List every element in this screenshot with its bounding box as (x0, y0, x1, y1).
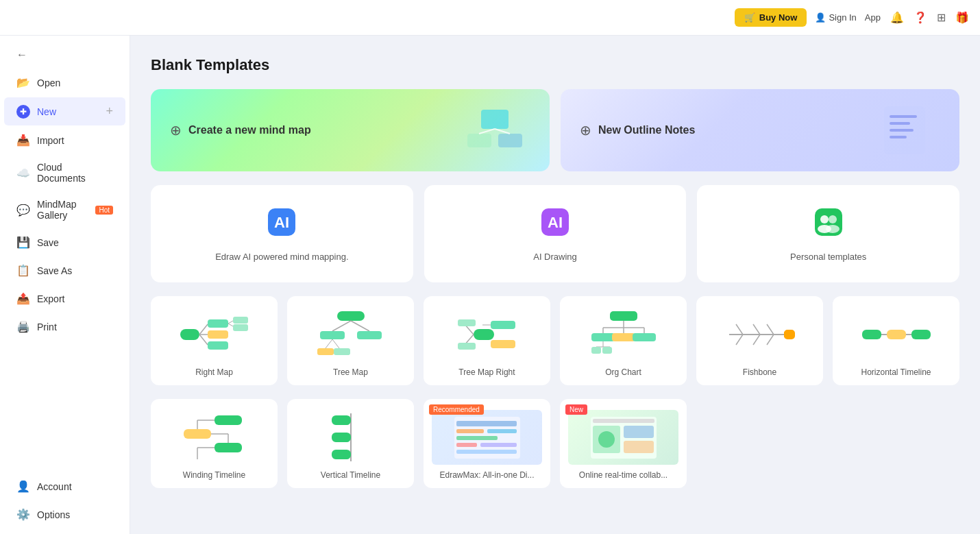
edrawmax-label: EdrawMax: All-in-one Di... (439, 470, 534, 480)
sidebar-item-saveas[interactable]: 📋 Save As (4, 257, 125, 284)
svg-rect-84 (332, 433, 351, 442)
svg-rect-73 (215, 415, 242, 425)
svg-point-18 (826, 225, 840, 233)
gallery-icon: 💬 (16, 204, 30, 217)
ai-drawing-card[interactable]: AI AI Drawing (424, 185, 687, 282)
sidebar-item-cloud[interactable]: ☁️ Cloud Documents (4, 155, 125, 191)
org-chart-visual (568, 307, 678, 362)
svg-rect-93 (456, 450, 517, 454)
create-mind-map-label: Create a new mind map (188, 124, 311, 136)
template-tree-map[interactable]: Tree Map (287, 296, 414, 385)
svg-rect-71 (887, 330, 906, 339)
fishbone-visual (705, 307, 815, 362)
svg-line-31 (332, 321, 351, 331)
help-icon[interactable]: ❓ (914, 11, 927, 24)
svg-point-16 (829, 215, 837, 223)
topbar-icons: App 🔔 ❓ ⊞ 🎁 (865, 11, 969, 24)
sidebar-item-import[interactable]: 📥 Import (4, 127, 125, 154)
h-timeline-label: Horizontal Timeline (861, 367, 931, 377)
new-badge: New (565, 404, 587, 415)
svg-line-26 (228, 321, 233, 324)
svg-point-15 (820, 215, 829, 223)
sidebar-item-open[interactable]: 📂 Open (4, 69, 125, 96)
svg-rect-88 (456, 429, 484, 433)
plus-circle-icon: ⊕ (170, 122, 182, 138)
svg-rect-2 (498, 134, 522, 147)
vertical-timeline-visual (295, 410, 406, 465)
svg-line-63 (736, 324, 743, 335)
svg-rect-98 (624, 426, 654, 438)
sidebar-label-options: Options (37, 509, 70, 520)
svg-line-36 (332, 339, 339, 348)
svg-rect-34 (357, 331, 382, 339)
sidebar-item-save[interactable]: 💾 Save (4, 229, 125, 256)
personal-templates-icon (812, 206, 845, 245)
svg-rect-38 (334, 348, 350, 355)
svg-rect-47 (610, 311, 637, 321)
grid-icon[interactable]: ⊞ (937, 11, 946, 24)
template-online-collab[interactable]: New Online real-time collab... (560, 399, 687, 488)
vertical-timeline-label: Vertical Timeline (321, 470, 380, 480)
sidebar-item-gallery[interactable]: 💬 MindMap Gallery Hot (4, 192, 125, 228)
back-button[interactable]: ← (4, 42, 125, 68)
plus-icon[interactable]: + (106, 104, 113, 119)
template-right-map[interactable]: Right Map (151, 296, 278, 385)
collab-label: Online real-time collab... (579, 470, 667, 480)
template-winding-timeline[interactable]: Winding Timeline (151, 399, 278, 488)
template-edrawmax[interactable]: Recommended EdrawMax: All-in-one Di... (424, 399, 550, 488)
svg-line-64 (736, 335, 743, 345)
sidebar-label-open: Open (37, 77, 60, 88)
bell-icon[interactable]: 🔔 (890, 11, 904, 24)
buy-now-button[interactable]: 🛒 Buy Now (735, 8, 807, 27)
app-label[interactable]: App (865, 12, 881, 23)
recommended-badge: Recommended (429, 404, 484, 415)
sidebar-item-export[interactable]: 📤 Export (4, 285, 125, 312)
svg-rect-24 (208, 330, 228, 339)
sidebar-item-account[interactable]: 👤 Account (4, 473, 125, 500)
template-fishbone[interactable]: Fishbone (696, 296, 823, 385)
personal-templates-card[interactable]: Personal templates (697, 185, 959, 282)
app-layout: ← 📂 Open ✚ New + 📥 Import ☁️ Cloud Docum… (0, 36, 980, 534)
svg-rect-30 (337, 311, 365, 321)
options-icon: ⚙️ (16, 508, 30, 521)
svg-rect-23 (208, 319, 228, 328)
sidebar-label-cloud: Cloud Documents (37, 162, 113, 184)
account-icon: 👤 (16, 480, 30, 493)
topbar: 🛒 Buy Now 👤 Sign In App 🔔 ❓ ⊞ 🎁 (0, 0, 980, 36)
svg-rect-46 (458, 343, 476, 350)
new-outline-card[interactable]: ⊕ New Outline Notes (561, 89, 959, 171)
template-tree-map-right[interactable]: Tree Map Right (424, 296, 550, 385)
ai-mindmap-card[interactable]: AI Edraw AI powered mind mapping. (151, 185, 413, 282)
svg-rect-43 (491, 340, 515, 348)
template-vertical-timeline[interactable]: Vertical Timeline (287, 399, 414, 488)
svg-rect-90 (456, 436, 498, 440)
sidebar-item-options[interactable]: ⚙️ Options (4, 501, 125, 528)
tree-map-visual (295, 307, 406, 362)
sign-in-button[interactable]: 👤 Sign In (815, 12, 856, 23)
template-horizontal-timeline[interactable]: Horizontal Timeline (833, 296, 959, 385)
template-org-chart[interactable]: Org Chart (560, 296, 687, 385)
svg-line-3 (479, 129, 495, 134)
svg-rect-89 (487, 429, 517, 433)
sidebar-item-print[interactable]: 🖨️ Print (4, 313, 125, 340)
svg-rect-19 (180, 329, 199, 340)
import-icon: 📥 (16, 134, 30, 147)
svg-rect-54 (612, 333, 635, 341)
sidebar-item-new[interactable]: ✚ New + (4, 97, 125, 125)
svg-line-67 (767, 324, 774, 335)
svg-rect-76 (184, 429, 211, 439)
export-icon: 📤 (16, 292, 30, 305)
sidebar: ← 📂 Open ✚ New + 📥 Import ☁️ Cloud Docum… (0, 36, 130, 534)
gift-icon[interactable]: 🎁 (955, 11, 969, 24)
tree-map-label: Tree Map (333, 367, 368, 377)
new-circle-icon: ✚ (16, 105, 30, 119)
svg-line-4 (495, 129, 510, 134)
sidebar-label-new: New (37, 106, 56, 117)
svg-rect-0 (481, 110, 509, 129)
hot-badge: Hot (95, 206, 113, 215)
svg-line-35 (326, 339, 332, 348)
svg-rect-39 (474, 329, 494, 340)
create-mind-map-card[interactable]: ⊕ Create a new mind map (151, 89, 550, 171)
ai-mindmap-icon: AI (265, 206, 298, 245)
svg-rect-62 (784, 330, 795, 339)
